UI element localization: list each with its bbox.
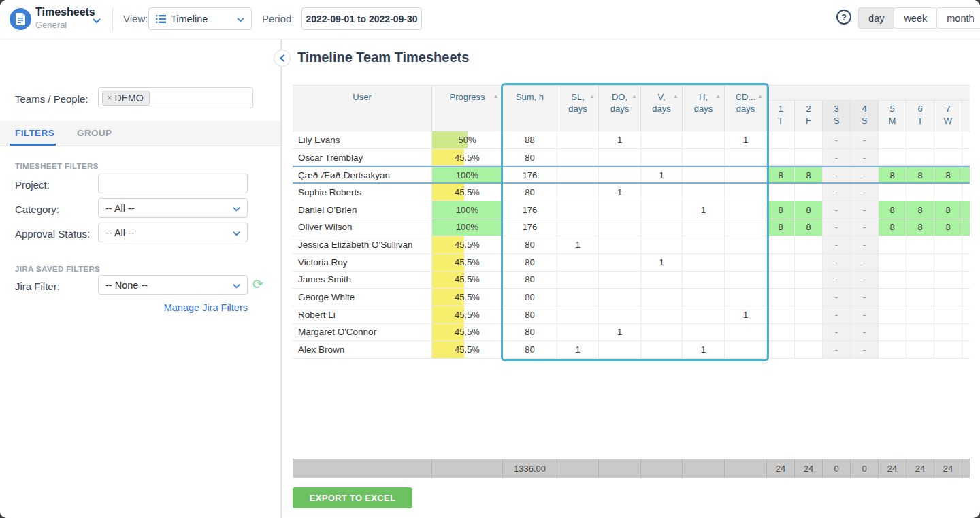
day-hours-cell[interactable] [767, 149, 795, 166]
day-hours-cell[interactable] [934, 131, 962, 148]
day-hours-cell[interactable]: - [823, 184, 851, 201]
day-hours-cell[interactable]: - [851, 131, 879, 148]
sort-asc-icon[interactable]: ▲ [632, 93, 637, 100]
day-column-header[interactable]: 1T [767, 100, 795, 131]
day-hours-cell[interactable]: - [823, 167, 851, 182]
tab-group[interactable]: GROUP [77, 128, 112, 138]
day-hours-cell[interactable]: - [851, 324, 879, 341]
day-hours-cell[interactable] [934, 149, 962, 166]
column-header-cd-days[interactable]: CD...days▲ [725, 86, 767, 131]
day-hours-cell[interactable]: - [851, 149, 879, 166]
day-column-header[interactable]: 7W [934, 100, 962, 131]
day-column-header[interactable]: 2F [795, 100, 823, 131]
day-hours-cell[interactable]: 8 [767, 218, 795, 236]
manage-jira-filters-link[interactable]: Manage Jira Filters [98, 302, 248, 313]
day-hours-cell[interactable] [934, 184, 962, 201]
day-hours-cell[interactable] [906, 254, 934, 271]
day-hours-cell[interactable] [879, 306, 906, 323]
table-row[interactable]: George White45.5%80-- [293, 289, 970, 306]
day-hours-cell[interactable]: 8 [767, 201, 795, 218]
day-hours-cell[interactable]: - [851, 341, 879, 358]
refresh-icon[interactable]: ⟳ [252, 278, 263, 291]
table-row[interactable]: Jessica Elizabeth O'Sullivan45.5%801-- [293, 236, 970, 254]
day-hours-cell[interactable]: 8 [934, 167, 962, 182]
day-hours-cell[interactable]: - [823, 272, 851, 289]
range-button-day[interactable]: day [858, 7, 894, 29]
day-hours-cell[interactable]: - [823, 149, 851, 166]
day-hours-cell[interactable]: - [823, 254, 851, 271]
day-hours-cell[interactable]: 8 [906, 218, 934, 236]
day-hours-cell[interactable] [767, 341, 795, 358]
day-hours-cell[interactable] [767, 272, 795, 289]
day-hours-cell[interactable]: - [851, 272, 879, 289]
day-hours-cell[interactable] [879, 324, 906, 341]
sort-asc-icon[interactable]: ▲ [493, 93, 499, 100]
day-column-header[interactable]: 4S [851, 100, 879, 131]
day-hours-cell[interactable] [795, 254, 823, 271]
day-hours-cell[interactable] [934, 324, 962, 341]
column-header-h-days[interactable]: H,days▲ [683, 86, 725, 131]
view-select[interactable]: Timeline [148, 7, 252, 30]
day-hours-cell[interactable] [906, 306, 934, 323]
day-hours-cell[interactable] [795, 236, 823, 253]
day-hours-cell[interactable]: - [851, 218, 879, 236]
export-to-excel-button[interactable]: EXPORT TO EXCEL [293, 487, 412, 508]
day-hours-cell[interactable] [906, 272, 934, 289]
day-hours-cell[interactable] [879, 131, 906, 148]
day-hours-cell[interactable] [906, 236, 934, 253]
table-row[interactable]: Oscar Tremblay45.5%80-- [293, 149, 970, 167]
table-row[interactable]: Alex Brown45.5%8011-- [293, 341, 970, 359]
app-logo[interactable] [10, 8, 31, 30]
day-hours-cell[interactable]: 8 [879, 218, 906, 236]
table-row[interactable]: James Smith45.5%80-- [293, 272, 970, 289]
day-hours-cell[interactable]: - [851, 236, 879, 253]
day-hours-cell[interactable] [767, 236, 795, 253]
day-hours-cell[interactable]: - [823, 236, 851, 253]
period-input[interactable]: 2022-09-01 to 2022-09-30 [301, 7, 422, 30]
sort-asc-icon[interactable]: ▲ [673, 93, 679, 100]
day-hours-cell[interactable]: - [823, 324, 851, 341]
column-header-user[interactable]: User [293, 86, 432, 131]
day-hours-cell[interactable]: 8 [879, 201, 906, 218]
day-hours-cell[interactable] [906, 149, 934, 166]
table-row[interactable]: Sophie Roberts45.5%801-- [293, 184, 970, 201]
day-hours-cell[interactable] [906, 324, 934, 341]
day-hours-cell[interactable] [934, 289, 962, 306]
day-hours-cell[interactable] [906, 184, 934, 201]
range-button-month[interactable]: month [936, 7, 980, 29]
column-header-v-days[interactable]: V,days▲ [641, 86, 683, 131]
day-hours-cell[interactable]: 8 [934, 218, 962, 236]
day-column-header[interactable]: 3S [823, 100, 851, 131]
day-hours-cell[interactable] [879, 289, 906, 306]
jira-filter-select[interactable]: -- None -- [98, 275, 248, 295]
table-row[interactable]: Margaret O'Connor45.5%801-- [293, 324, 970, 342]
day-hours-cell[interactable]: 8 [795, 218, 823, 236]
day-hours-cell[interactable] [795, 131, 823, 148]
day-hours-cell[interactable] [767, 184, 795, 201]
day-hours-cell[interactable] [934, 254, 962, 271]
column-header-sum-hours[interactable]: Sum, h [503, 86, 557, 131]
sort-asc-icon[interactable]: ▲ [715, 93, 721, 100]
sidebar-collapse-button[interactable] [274, 50, 291, 67]
column-header-progress[interactable]: Progress▲ [432, 86, 503, 131]
day-column-header[interactable]: 6T [906, 100, 934, 131]
day-hours-cell[interactable]: 8 [934, 201, 962, 218]
day-hours-cell[interactable]: - [823, 201, 851, 218]
day-hours-cell[interactable] [879, 341, 906, 358]
day-hours-cell[interactable]: - [851, 167, 879, 182]
tab-filters[interactable]: FILTERS [15, 128, 54, 138]
day-hours-cell[interactable] [795, 289, 823, 306]
day-hours-cell[interactable] [934, 236, 962, 253]
day-hours-cell[interactable] [795, 149, 823, 166]
project-input[interactable] [98, 174, 248, 193]
day-column-header[interactable]: 5M [879, 100, 906, 131]
day-hours-cell[interactable] [879, 184, 906, 201]
day-hours-cell[interactable] [767, 324, 795, 341]
day-hours-cell[interactable]: 8 [795, 167, 823, 182]
day-hours-cell[interactable] [767, 254, 795, 271]
day-hours-cell[interactable] [879, 149, 906, 166]
day-hours-cell[interactable] [795, 306, 823, 323]
day-hours-cell[interactable] [934, 272, 962, 289]
day-hours-cell[interactable]: 8 [795, 201, 823, 218]
day-hours-cell[interactable] [767, 289, 795, 306]
